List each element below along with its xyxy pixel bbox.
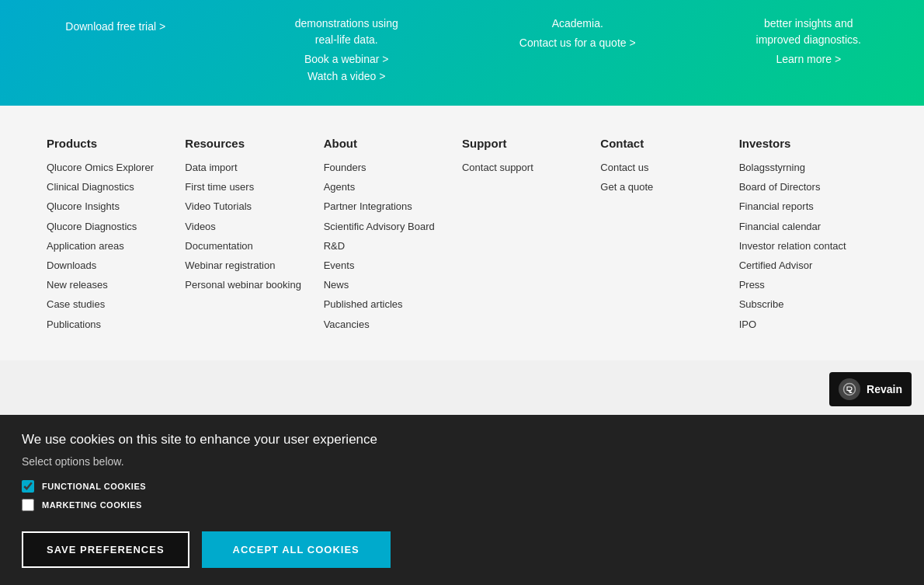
footer-link[interactable]: Qlucore Omics Explorer xyxy=(47,161,177,175)
footer-link[interactable]: Clinical Diagnostics xyxy=(47,180,177,194)
banner-col-1: Download free trial > xyxy=(0,16,231,33)
footer-link[interactable]: Downloads xyxy=(47,259,177,273)
footer-link[interactable]: First time users xyxy=(185,180,315,194)
banner-text-2: demonstrations usingreal-life data. xyxy=(247,16,447,48)
footer-link[interactable]: Vacancies xyxy=(324,318,454,332)
footer-link[interactable]: Board of Directors xyxy=(739,180,870,194)
footer-link[interactable]: Get a quote xyxy=(600,180,731,194)
footer-link[interactable]: Video Tutorials xyxy=(185,200,315,214)
footer-link[interactable]: Data import xyxy=(185,161,315,175)
footer-link[interactable]: Events xyxy=(324,259,454,273)
footer-col-contact: ContactContact usGet a quote xyxy=(600,137,738,337)
book-webinar-link[interactable]: Book a webinar > xyxy=(247,53,447,65)
footer-link[interactable]: Financial calendar xyxy=(739,220,870,234)
footer-link[interactable]: Press xyxy=(739,278,870,292)
footer-link[interactable]: Certified Advisor xyxy=(739,259,870,273)
footer-link[interactable]: Qlucore Diagnostics xyxy=(47,220,177,234)
footer-link[interactable]: Agents xyxy=(324,180,454,194)
footer-link[interactable]: Founders xyxy=(324,161,454,175)
banner-col-2: demonstrations usingreal-life data. Book… xyxy=(231,16,463,82)
banner-text-3: Academia. xyxy=(478,16,678,32)
footer-col-about: AboutFoundersAgentsPartner IntegrationsS… xyxy=(324,137,462,337)
footer-col-heading: Products xyxy=(47,137,177,150)
footer-link[interactable]: Contact support xyxy=(462,161,592,175)
footer-link[interactable]: Videos xyxy=(185,220,315,234)
banner-col-4: better insights andimproved diagnostics.… xyxy=(693,16,925,65)
footer-col-heading: About xyxy=(324,137,454,150)
footer-link[interactable]: Qlucore Insights xyxy=(47,200,177,214)
banner-col-3: Academia. Contact us for a quote > xyxy=(462,16,693,49)
contact-quote-link[interactable]: Contact us for a quote > xyxy=(478,37,678,49)
footer-nav: ProductsQlucore Omics ExplorerClinical D… xyxy=(0,106,924,360)
footer-link[interactable]: News xyxy=(324,278,454,292)
footer-link[interactable]: Webinar registration xyxy=(185,259,315,273)
footer-col-investors: InvestorsBolagsstyrningBoard of Director… xyxy=(739,137,877,337)
footer-col-heading: Resources xyxy=(185,137,315,150)
footer-link[interactable]: Personal webinar booking xyxy=(185,278,315,292)
footer-link[interactable]: Contact us xyxy=(600,161,731,175)
footer-link[interactable]: Partner Integrations xyxy=(324,200,454,214)
footer-col-support: SupportContact support xyxy=(462,137,600,337)
download-trial-link[interactable]: Download free trial > xyxy=(16,20,216,33)
watch-video-link[interactable]: Watch a video > xyxy=(247,70,447,82)
footer-col-heading: Investors xyxy=(739,137,870,150)
footer-col-products: ProductsQlucore Omics ExplorerClinical D… xyxy=(47,137,185,337)
footer-link[interactable]: R&D xyxy=(324,239,454,253)
footer-link[interactable]: Scientific Advisory Board xyxy=(324,220,454,234)
footer-link[interactable]: Investor relation contact xyxy=(739,239,870,253)
footer-link[interactable]: Publications xyxy=(47,318,177,332)
footer-link[interactable]: Subscribe xyxy=(739,298,870,312)
footer-link[interactable]: Published articles xyxy=(324,298,454,312)
footer-link[interactable]: Application areas xyxy=(47,239,177,253)
banner-section: Download free trial > demonstrations usi… xyxy=(0,0,924,106)
footer-columns: ProductsQlucore Omics ExplorerClinical D… xyxy=(47,137,877,337)
footer-link[interactable]: Bolagsstyrning xyxy=(739,161,870,175)
footer-link[interactable]: Documentation xyxy=(185,239,315,253)
banner-text-4: better insights andimproved diagnostics. xyxy=(709,16,909,48)
learn-more-link[interactable]: Learn more > xyxy=(709,53,909,65)
footer-link[interactable]: New releases xyxy=(47,278,177,292)
footer-link[interactable]: Case studies xyxy=(47,298,177,312)
footer-col-heading: Support xyxy=(462,137,592,150)
footer-col-resources: ResourcesData importFirst time usersVide… xyxy=(185,137,323,337)
footer-link[interactable]: IPO xyxy=(739,318,870,332)
footer-col-heading: Contact xyxy=(600,137,731,150)
footer-link[interactable]: Financial reports xyxy=(739,200,870,214)
